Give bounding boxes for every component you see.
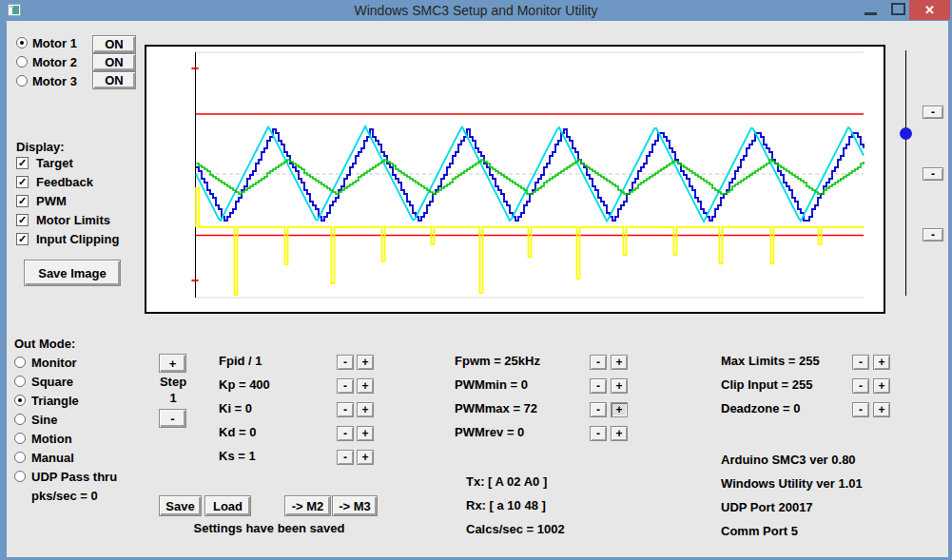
comm-port-text: Comm Port 5 <box>721 524 798 539</box>
radio-square[interactable] <box>14 376 26 387</box>
radio-manual-label: Manual <box>31 451 74 466</box>
copy-to-m2-button[interactable]: -> M2 <box>284 495 331 516</box>
app-icon <box>8 4 21 16</box>
checkbox-motor-limits-label: Motor Limits <box>36 213 110 228</box>
minimize-button[interactable] <box>859 0 884 20</box>
ks-minus-button[interactable]: - <box>337 450 354 465</box>
out-mode-heading: Out Mode: <box>14 337 75 352</box>
pwmmax-minus-button[interactable]: - <box>590 402 607 417</box>
kp-label: Kp = 400 <box>219 377 270 393</box>
clip-input-minus-button[interactable]: - <box>852 378 869 394</box>
display-heading: Display: <box>16 140 65 155</box>
checkbox-motor-limits[interactable]: ✓ <box>16 214 29 226</box>
ks-plus-button[interactable]: + <box>357 450 374 465</box>
step-minus-button[interactable]: - <box>159 409 186 428</box>
kd-minus-button[interactable]: - <box>337 426 354 441</box>
checkbox-feedback-label: Feedback <box>36 175 93 190</box>
save-image-button[interactable]: Save Image <box>24 260 121 286</box>
app-window: Windows SMC3 Setup and Monitor Utility ✕… <box>0 0 952 560</box>
step-plus-button[interactable]: + <box>159 354 186 373</box>
radio-udp-pass-thru[interactable] <box>14 471 26 482</box>
pwmrev-minus-button[interactable]: - <box>590 426 607 441</box>
calcs-per-sec-value: Calcs/sec = 1002 <box>466 522 565 537</box>
radio-square-label: Square <box>31 375 73 390</box>
vertical-slider-track[interactable] <box>905 50 906 296</box>
radio-motor-3[interactable] <box>16 75 28 87</box>
motor-2-on-button[interactable]: ON <box>92 53 136 71</box>
tx-value: Tx: [ A 02 A0 ] <box>466 474 547 490</box>
app-icon-pane <box>12 6 19 14</box>
radio-monitor[interactable] <box>14 357 26 368</box>
ki-minus-button[interactable]: - <box>337 402 354 417</box>
pwmrev-plus-button[interactable]: + <box>611 426 628 441</box>
motor-1-on-button[interactable]: ON <box>92 35 136 53</box>
radio-motor-2[interactable] <box>16 56 28 68</box>
pwmmin-minus-button[interactable]: - <box>590 378 607 394</box>
scale-minus-button-1[interactable]: - <box>923 106 943 119</box>
pwmmax-label: PWMmax = 72 <box>455 401 537 416</box>
kp-minus-button[interactable]: - <box>337 378 354 394</box>
udp-port-text: UDP Port 20017 <box>721 500 813 515</box>
checkbox-target-label: Target <box>36 156 73 171</box>
scale-minus-button-3[interactable]: - <box>923 228 943 241</box>
fpid-label: Fpid / 1 <box>219 354 262 369</box>
fpwm-plus-button[interactable]: + <box>611 355 628 370</box>
arduino-version-text: Arduino SMC3 ver 0.80 <box>721 453 856 468</box>
motor-1-label: Motor 1 <box>32 36 77 51</box>
deadzone-label: Deadzone = 0 <box>721 401 800 416</box>
step-heading: Step <box>155 375 191 390</box>
radio-sine[interactable] <box>14 414 26 425</box>
pwmrev-label: PWMrev = 0 <box>455 425 524 440</box>
max-limits-label: Max Limits = 255 <box>721 354 820 369</box>
pwmmin-plus-button[interactable]: + <box>611 378 628 394</box>
deadzone-minus-button[interactable]: - <box>852 402 869 417</box>
radio-motion-label: Motion <box>31 432 72 447</box>
load-button[interactable]: Load <box>204 495 251 516</box>
checkbox-target[interactable]: ✓ <box>16 157 29 169</box>
checkbox-feedback[interactable]: ✓ <box>16 176 29 188</box>
motor-3-label: Motor 3 <box>32 74 77 89</box>
kd-label: Kd = 0 <box>219 425 256 440</box>
checkbox-pwm[interactable]: ✓ <box>16 195 29 207</box>
fpid-minus-button[interactable]: - <box>337 355 354 370</box>
max-limits-plus-button[interactable]: + <box>873 355 890 370</box>
motor-2-label: Motor 2 <box>32 55 77 70</box>
fpwm-minus-button[interactable]: - <box>590 355 607 370</box>
max-limits-minus-button[interactable]: - <box>852 355 869 370</box>
deadzone-plus-button[interactable]: + <box>873 402 890 417</box>
motor-3-on-button[interactable]: ON <box>92 71 136 89</box>
kp-plus-button[interactable]: + <box>357 378 374 394</box>
ki-label: Ki = 0 <box>219 401 252 416</box>
close-button[interactable]: ✕ <box>909 0 950 20</box>
scale-minus-button-2[interactable]: - <box>923 167 943 181</box>
utility-version-text: Windows Utility ver 1.01 <box>721 476 863 492</box>
radio-motion[interactable] <box>14 433 26 444</box>
radio-sine-label: Sine <box>31 413 57 428</box>
step-value: 1 <box>155 391 191 406</box>
ki-plus-button[interactable]: + <box>357 402 374 417</box>
copy-to-m3-button[interactable]: -> M3 <box>332 495 378 516</box>
save-button[interactable]: Save <box>159 495 202 516</box>
waveform-chart <box>146 47 884 312</box>
radio-triangle[interactable] <box>14 395 26 406</box>
pwmmin-label: PWMmin = 0 <box>455 377 528 393</box>
radio-manual[interactable] <box>14 452 26 463</box>
clip-input-plus-button[interactable]: + <box>873 378 890 394</box>
clip-input-label: Clip Input = 255 <box>721 377 812 393</box>
window-title: Windows SMC3 Setup and Monitor Utility <box>0 0 952 21</box>
checkbox-input-clipping-label: Input Clipping <box>36 232 119 247</box>
kd-plus-button[interactable]: + <box>357 426 374 441</box>
radio-monitor-label: Monitor <box>31 356 77 371</box>
app-icon-bar <box>10 6 13 8</box>
close-icon: ✕ <box>924 3 935 17</box>
chart-frame <box>145 45 885 314</box>
pwmmax-plus-button[interactable]: + <box>611 402 628 417</box>
minimize-icon <box>865 12 877 15</box>
radio-motor-1[interactable] <box>16 37 28 48</box>
rx-value: Rx: [ a 10 48 ] <box>466 498 546 513</box>
fpid-plus-button[interactable]: + <box>357 355 374 370</box>
radio-triangle-label: Triangle <box>31 394 79 409</box>
maximize-button[interactable] <box>887 0 908 20</box>
vertical-slider-thumb[interactable] <box>900 127 912 140</box>
checkbox-input-clipping[interactable]: ✓ <box>16 233 29 245</box>
